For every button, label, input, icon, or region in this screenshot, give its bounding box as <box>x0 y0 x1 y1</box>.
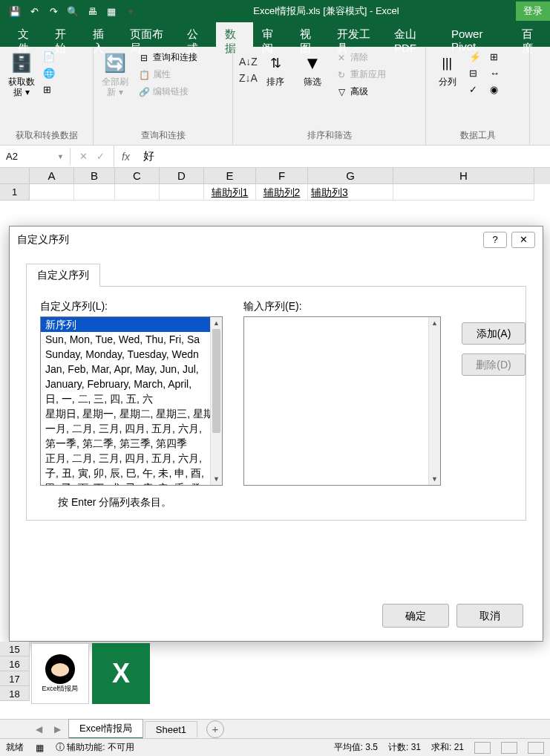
cell[interactable]: 辅助列2 <box>256 184 308 201</box>
get-data-button[interactable]: 🗄️ 获取数 据 ▾ <box>4 50 39 100</box>
cell[interactable] <box>74 184 115 201</box>
list-item[interactable]: Jan, Feb, Mar, Apr, May, Jun, Jul, <box>41 362 222 377</box>
row-header[interactable]: 16 <box>0 656 30 671</box>
excel-x-logo-image[interactable]: X <box>92 643 150 704</box>
sheet-nav-prev-icon[interactable]: ◀ <box>30 724 48 734</box>
filter-button[interactable]: ▼ 筛选 <box>295 50 330 88</box>
col-header[interactable]: H <box>393 168 534 184</box>
list-item[interactable]: 正月, 二月, 三月, 四月, 五月, 六月, <box>41 451 222 466</box>
view-layout-icon[interactable] <box>501 742 517 754</box>
col-header[interactable]: B <box>74 168 115 184</box>
tab-baidu[interactable]: 百度 <box>513 22 550 47</box>
view-pagebreak-icon[interactable] <box>528 742 544 754</box>
sort-asc-icon[interactable]: A↓Z <box>239 56 254 68</box>
cell[interactable] <box>30 184 74 201</box>
macro-icon[interactable]: ▦ <box>36 743 44 753</box>
data-validation-icon[interactable]: ✓ <box>469 84 484 96</box>
relationships-icon[interactable]: ↔ <box>490 68 505 79</box>
tab-review[interactable]: 审阅 <box>253 22 290 47</box>
redo-icon[interactable]: ↷ <box>48 5 59 17</box>
cell[interactable] <box>115 184 160 201</box>
tab-jinshan[interactable]: 金山PDF <box>385 22 442 47</box>
tab-data[interactable]: 数据 <box>216 22 253 47</box>
row-header[interactable]: 15 <box>0 642 30 656</box>
preview-icon[interactable]: 🔍 <box>67 5 79 17</box>
tab-home[interactable]: 开始 <box>46 22 83 47</box>
scroll-up-icon[interactable]: ▲ <box>211 317 222 329</box>
tab-layout[interactable]: 页面布局 <box>121 22 178 47</box>
sort-button[interactable]: ⇅ 排序 <box>258 50 292 88</box>
scroll-up-icon[interactable]: ▲ <box>429 317 440 329</box>
clear-filter-button[interactable]: ✕清除 <box>333 50 389 65</box>
scroll-down-icon[interactable]: ▼ <box>429 473 440 485</box>
remove-dup-icon[interactable]: ⊟ <box>469 68 484 79</box>
queries-connections-button[interactable]: ⊟查询和连接 <box>135 50 200 65</box>
select-all-corner[interactable] <box>0 168 30 184</box>
scroll-down-icon[interactable]: ▼ <box>211 473 222 485</box>
tab-formulas[interactable]: 公式 <box>178 22 215 47</box>
list-entries-textarea[interactable]: ▲ ▼ <box>243 316 441 486</box>
data-model-icon[interactable]: ◉ <box>490 84 505 96</box>
cell[interactable] <box>160 184 204 201</box>
formula-input[interactable]: 好 <box>137 146 550 166</box>
name-box[interactable]: A2 ▼ <box>0 148 71 165</box>
properties-button[interactable]: 📋属性 <box>135 67 200 82</box>
reapply-button[interactable]: ↻重新应用 <box>333 67 389 82</box>
cell[interactable] <box>393 184 534 201</box>
list-item[interactable]: 日, 一, 二, 三, 四, 五, 六 <box>41 391 222 406</box>
row-header[interactable]: 18 <box>0 686 30 701</box>
undo-icon[interactable]: ↶ <box>28 5 40 17</box>
sheet-nav-next-icon[interactable]: ▶ <box>48 724 67 734</box>
col-header[interactable]: G <box>308 168 393 184</box>
tab-file[interactable]: 文件 <box>9 22 46 47</box>
col-header[interactable]: D <box>160 168 204 184</box>
consolidate-icon[interactable]: ⊞ <box>490 51 505 63</box>
login-button[interactable]: 登录 <box>516 1 550 21</box>
view-normal-icon[interactable] <box>474 742 491 754</box>
tab-powerpivot[interactable]: Power Pivot <box>442 22 513 47</box>
flash-fill-icon[interactable]: ⚡ <box>469 51 484 63</box>
sheet-tab[interactable]: Sheet1 <box>145 721 197 737</box>
textarea-scrollbar[interactable]: ▲ ▼ <box>428 317 440 485</box>
save-icon[interactable]: 💾 <box>9 5 21 17</box>
list-item[interactable]: 甲, 乙, 丙, 丁, 戊, 己, 庚, 辛, 壬, 癸 <box>41 480 222 485</box>
cell[interactable]: 辅助列1 <box>204 184 256 201</box>
cancel-formula-icon[interactable]: ✕ <box>79 151 88 162</box>
excel-logo-image[interactable]: Excel情报局 <box>31 643 89 704</box>
tab-insert[interactable]: 插入 <box>84 22 121 47</box>
cell[interactable]: 辅助列3 <box>308 184 393 201</box>
col-header[interactable]: C <box>115 168 160 184</box>
text-to-columns-button[interactable]: ⫼ 分列 <box>430 50 465 88</box>
fx-icon[interactable]: fx <box>114 151 137 163</box>
advanced-filter-button[interactable]: ▽高级 <box>333 84 389 100</box>
list-item[interactable]: January, February, March, April, <box>41 377 222 391</box>
dialog-close-button[interactable]: ✕ <box>511 232 535 248</box>
listbox-scrollbar[interactable]: ▲ ▼ <box>210 317 222 485</box>
tab-view[interactable]: 视图 <box>291 22 328 47</box>
from-table-icon[interactable]: ⊞ <box>43 84 58 96</box>
list-item[interactable]: 第一季, 第二季, 第三季, 第四季 <box>41 436 222 451</box>
list-item[interactable]: 新序列 <box>41 317 222 332</box>
print-icon[interactable]: 🖶 <box>86 5 98 17</box>
add-button[interactable]: 添加(A) <box>462 322 526 345</box>
sheet-tab[interactable]: Excel情报局 <box>68 719 143 739</box>
ok-button[interactable]: 确定 <box>382 604 449 628</box>
col-header[interactable]: E <box>204 168 256 184</box>
col-header[interactable]: F <box>256 168 308 184</box>
list-item[interactable]: 子, 丑, 寅, 卯, 辰, 巳, 午, 未, 申, 酉, <box>41 466 222 480</box>
qat-icon[interactable]: ▦ <box>105 5 117 17</box>
refresh-all-button[interactable]: 🔄 全部刷新 ▾ <box>98 50 132 100</box>
enter-formula-icon[interactable]: ✓ <box>96 151 105 162</box>
list-item[interactable]: 星期日, 星期一, 星期二, 星期三, 星期 <box>41 406 222 421</box>
edit-links-button[interactable]: 🔗编辑链接 <box>135 84 200 100</box>
row-header[interactable]: 17 <box>0 671 30 686</box>
list-item[interactable]: Sunday, Monday, Tuesday, Wedn <box>41 347 222 362</box>
add-sheet-button[interactable]: + <box>206 720 224 738</box>
list-item[interactable]: Sun, Mon, Tue, Wed, Thu, Fri, Sa <box>41 332 222 347</box>
dialog-tab[interactable]: 自定义序列 <box>26 264 100 287</box>
delete-button[interactable]: 删除(D) <box>462 353 526 376</box>
qat-more-icon[interactable]: ▾ <box>125 5 137 17</box>
list-item[interactable]: 一月, 二月, 三月, 四月, 五月, 六月, <box>41 421 222 436</box>
scroll-thumb[interactable] <box>212 329 220 433</box>
from-text-icon[interactable]: 📄 <box>43 51 58 63</box>
